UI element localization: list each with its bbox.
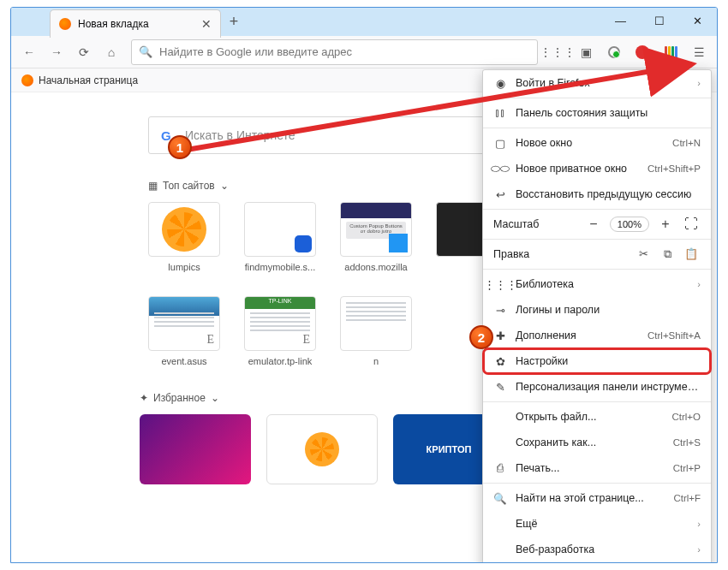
account-icon[interactable] bbox=[601, 39, 627, 65]
cut-icon[interactable]: ✂ bbox=[634, 247, 653, 261]
pinned-tile-1[interactable] bbox=[140, 414, 251, 484]
menu-webdev[interactable]: Веб-разработка› bbox=[483, 537, 711, 562]
tab-favicon bbox=[59, 18, 71, 30]
bookmark-favicon bbox=[21, 74, 33, 86]
window-icon: ▢ bbox=[493, 137, 507, 150]
sidebar-icon[interactable]: ▣ bbox=[573, 39, 599, 65]
edit-label: Правка bbox=[493, 248, 625, 260]
samsung-icon bbox=[295, 235, 312, 252]
library-icon[interactable]: ⋮⋮⋮ bbox=[545, 39, 570, 65]
menu-signin[interactable]: ◉Войти в Firefox› bbox=[483, 70, 711, 96]
url-placeholder: Найдите в Google или введите адрес bbox=[159, 45, 352, 58]
bookmark-home[interactable]: Начальная страница bbox=[39, 74, 138, 86]
menu-save-as[interactable]: Сохранить как...Ctrl+S bbox=[483, 430, 711, 455]
active-tab[interactable]: Новая вкладка ✕ bbox=[50, 9, 221, 38]
menu-restore-session[interactable]: ↩Восстановить предыдущую сессию bbox=[483, 181, 711, 207]
zoom-value[interactable]: 100% bbox=[610, 217, 649, 232]
tile-8[interactable]: n bbox=[340, 296, 412, 366]
menu-edit: Правка ✂ ⧉ 📋 bbox=[483, 241, 711, 267]
zoom-in-button[interactable]: + bbox=[656, 215, 675, 234]
chevron-right-icon: › bbox=[697, 544, 701, 555]
zoom-out-button[interactable]: − bbox=[584, 215, 603, 234]
window-controls: — ☐ ✕ bbox=[601, 8, 717, 36]
reload-button[interactable]: ⟳ bbox=[71, 39, 97, 65]
menu-customize[interactable]: ✎Персонализация панели инструментов... bbox=[483, 374, 711, 400]
menu-logins[interactable]: ⊸Логины и пароли bbox=[483, 297, 711, 323]
pinned-label: Избранное bbox=[153, 392, 206, 404]
browser-window: Новая вкладка ✕ + — ☐ ✕ ← → ⟳ ⌂ 🔍 Найдит… bbox=[10, 7, 718, 563]
mask-icon: ⬭⬭ bbox=[493, 163, 507, 175]
menu-protection[interactable]: ⫿⫿Панель состояния защиты bbox=[483, 100, 711, 126]
maximize-button[interactable]: ☐ bbox=[640, 8, 678, 33]
menu-more[interactable]: Ещё› bbox=[483, 511, 711, 537]
puzzle-icon bbox=[389, 234, 408, 252]
chevron-down-icon: ⌄ bbox=[220, 180, 229, 192]
title-bar: Новая вкладка ✕ + — ☐ ✕ bbox=[11, 8, 717, 36]
user-icon: ◉ bbox=[493, 77, 507, 90]
chevron-right-icon: › bbox=[697, 78, 701, 88]
menu-private-window[interactable]: ⬭⬭Новое приватное окноCtrl+Shift+P bbox=[483, 156, 711, 181]
puzzle-icon: ✚ bbox=[493, 330, 507, 342]
minimize-button[interactable]: — bbox=[601, 8, 640, 33]
library-icon: ⋮⋮⋮ bbox=[493, 278, 507, 291]
tab-close-icon[interactable]: ✕ bbox=[201, 17, 212, 31]
menu-zoom: Масштаб − 100% + ⛶ bbox=[483, 211, 711, 237]
gear-icon: ✿ bbox=[493, 355, 507, 368]
copy-icon[interactable]: ⧉ bbox=[658, 247, 677, 261]
restore-icon: ↩ bbox=[493, 188, 507, 201]
menu-print[interactable]: ⎙Печать...Ctrl+P bbox=[483, 455, 711, 481]
url-bar[interactable]: 🔍 Найдите в Google или введите адрес bbox=[131, 39, 538, 65]
close-button[interactable]: ✕ bbox=[678, 8, 717, 33]
app-menu: ◉Войти в Firefox› ⫿⫿Панель состояния защ… bbox=[482, 69, 712, 563]
key-icon: ⊸ bbox=[493, 304, 507, 317]
paste-icon[interactable]: 📋 bbox=[682, 247, 701, 261]
home-button[interactable]: ⌂ bbox=[98, 39, 124, 65]
shield-icon: ⫿⫿ bbox=[493, 107, 507, 119]
tile-asus[interactable]: E event.asus bbox=[148, 296, 220, 366]
chevron-down-icon: ⌄ bbox=[211, 392, 219, 404]
toolbar: ← → ⟳ ⌂ 🔍 Найдите в Google или введите а… bbox=[11, 36, 717, 68]
annotation-badge-2: 2 bbox=[469, 325, 493, 349]
menu-settings[interactable]: ✿Настройки bbox=[483, 348, 711, 374]
tile-lumpics[interactable]: lumpics bbox=[148, 202, 220, 272]
menu-addons[interactable]: ✚ДополненияCtrl+Shift+A bbox=[483, 323, 711, 348]
tab-title: Новая вкладка bbox=[78, 18, 149, 30]
annotation-badge-1: 1 bbox=[168, 135, 192, 159]
tile-tplink[interactable]: TP-LINKE emulator.tp-link bbox=[244, 296, 316, 366]
extension-red-icon[interactable] bbox=[630, 39, 655, 65]
tile-addons[interactable]: Custom Popup Buttons от dobro jutro addo… bbox=[340, 202, 412, 272]
top-sites-label: Топ сайтов bbox=[163, 180, 215, 192]
orange-icon bbox=[162, 207, 206, 252]
menu-new-window[interactable]: ▢Новое окноCtrl+N bbox=[483, 130, 711, 156]
star-icon: ✦ bbox=[140, 392, 148, 404]
pinned-tile-2[interactable] bbox=[266, 414, 378, 484]
grid-icon: ▦ bbox=[148, 180, 158, 192]
chevron-right-icon: › bbox=[697, 519, 701, 529]
app-menu-button[interactable]: ☰ bbox=[686, 39, 712, 65]
back-button[interactable]: ← bbox=[16, 39, 42, 65]
forward-button[interactable]: → bbox=[44, 39, 69, 65]
search-icon: 🔍 bbox=[139, 45, 152, 58]
content-search[interactable]: G Искать в Интернете bbox=[148, 116, 516, 154]
search-icon: 🔍 bbox=[493, 492, 507, 505]
new-tab-button[interactable]: + bbox=[221, 8, 247, 36]
menu-open-file[interactable]: Открыть файл...Ctrl+O bbox=[483, 404, 711, 430]
menu-library[interactable]: ⋮⋮⋮Библиотека› bbox=[483, 271, 711, 297]
tile-findmymobile[interactable]: findmymobile.s... bbox=[244, 202, 316, 272]
brush-icon: ✎ bbox=[493, 381, 507, 394]
content-search-placeholder: Искать в Интернете bbox=[185, 128, 295, 142]
fullscreen-button[interactable]: ⛶ bbox=[682, 215, 701, 234]
menu-find[interactable]: 🔍Найти на этой странице...Ctrl+F bbox=[483, 485, 711, 511]
print-icon: ⎙ bbox=[493, 462, 507, 474]
zoom-label: Масштаб bbox=[493, 218, 576, 230]
extension-bars-icon[interactable] bbox=[658, 39, 683, 65]
chevron-right-icon: › bbox=[697, 279, 701, 289]
